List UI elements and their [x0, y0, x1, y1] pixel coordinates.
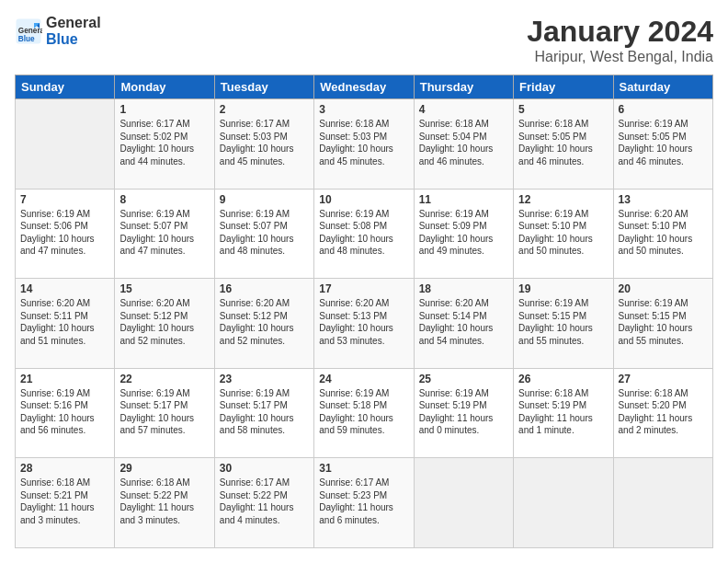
week-row-4: 21 Sunrise: 6:19 AMSunset: 5:16 PMDaylig… [16, 368, 713, 458]
logo-icon: General Blue [15, 17, 42, 45]
day-number: 24 [319, 373, 408, 385]
day-cell-4-2: 30 Sunrise: 6:17 AMSunset: 5:22 PMDaylig… [214, 458, 313, 548]
day-info: Sunrise: 6:19 AMSunset: 5:07 PMDaylight:… [220, 209, 294, 257]
week-row-5: 28 Sunrise: 6:18 AMSunset: 5:21 PMDaylig… [16, 458, 713, 548]
day-cell-3-6: 27 Sunrise: 6:18 AMSunset: 5:20 PMDaylig… [613, 368, 712, 458]
day-info: Sunrise: 6:18 AMSunset: 5:05 PMDaylight:… [518, 119, 593, 167]
day-cell-1-6: 13 Sunrise: 6:20 AMSunset: 5:10 PMDaylig… [613, 189, 712, 279]
day-number: 2 [220, 103, 309, 116]
day-info: Sunrise: 6:19 AMSunset: 5:09 PMDaylight:… [419, 209, 494, 257]
day-cell-0-3: 3 Sunrise: 6:18 AMSunset: 5:03 PMDayligh… [314, 99, 414, 190]
day-number: 30 [220, 462, 309, 475]
calendar-header-row: Sunday Monday Tuesday Wednesday Thursday… [16, 75, 713, 99]
day-info: Sunrise: 6:17 AMSunset: 5:03 PMDaylight:… [220, 119, 294, 167]
header-monday: Monday [115, 75, 214, 99]
day-info: Sunrise: 6:19 AMSunset: 5:15 PMDaylight:… [518, 298, 593, 346]
header-friday: Friday [514, 75, 613, 99]
day-cell-3-0: 21 Sunrise: 6:19 AMSunset: 5:16 PMDaylig… [16, 368, 115, 458]
day-number: 18 [419, 282, 508, 295]
title-block: January 2024 Haripur, West Bengal, India [527, 15, 713, 65]
calendar-table: Sunday Monday Tuesday Wednesday Thursday… [15, 75, 713, 548]
day-number: 27 [619, 373, 708, 385]
day-info: Sunrise: 6:20 AMSunset: 5:11 PMDaylight:… [20, 298, 95, 346]
header-thursday: Thursday [414, 75, 513, 99]
day-cell-0-1: 1 Sunrise: 6:17 AMSunset: 5:02 PMDayligh… [115, 99, 214, 190]
day-info: Sunrise: 6:20 AMSunset: 5:14 PMDaylight:… [419, 298, 494, 346]
day-info: Sunrise: 6:19 AMSunset: 5:06 PMDaylight:… [20, 209, 95, 257]
day-cell-4-0: 28 Sunrise: 6:18 AMSunset: 5:21 PMDaylig… [16, 458, 115, 548]
day-info: Sunrise: 6:19 AMSunset: 5:10 PMDaylight:… [518, 209, 593, 257]
day-number: 12 [518, 193, 608, 206]
day-number: 5 [518, 103, 608, 116]
day-number: 10 [319, 193, 408, 206]
day-number: 23 [220, 373, 309, 385]
day-info: Sunrise: 6:19 AMSunset: 5:08 PMDaylight:… [319, 209, 393, 257]
day-info: Sunrise: 6:19 AMSunset: 5:16 PMDaylight:… [20, 388, 95, 436]
day-cell-4-5 [514, 458, 613, 548]
day-number: 3 [319, 103, 408, 116]
day-number: 13 [619, 193, 708, 206]
day-info: Sunrise: 6:20 AMSunset: 5:12 PMDaylight:… [119, 298, 194, 346]
week-row-1: 1 Sunrise: 6:17 AMSunset: 5:02 PMDayligh… [16, 99, 713, 190]
day-number: 15 [119, 282, 209, 295]
day-info: Sunrise: 6:20 AMSunset: 5:13 PMDaylight:… [319, 298, 393, 346]
day-number: 26 [518, 373, 608, 385]
day-info: Sunrise: 6:18 AMSunset: 5:21 PMDaylight:… [20, 477, 95, 525]
day-info: Sunrise: 6:19 AMSunset: 5:19 PMDaylight:… [419, 388, 494, 436]
day-info: Sunrise: 6:17 AMSunset: 5:23 PMDaylight:… [319, 477, 393, 525]
logo-general-text: General [46, 15, 101, 31]
calendar-subtitle: Haripur, West Bengal, India [527, 49, 713, 65]
day-cell-4-1: 29 Sunrise: 6:18 AMSunset: 5:22 PMDaylig… [115, 458, 214, 548]
day-cell-4-6 [613, 458, 712, 548]
day-info: Sunrise: 6:19 AMSunset: 5:17 PMDaylight:… [220, 388, 294, 436]
day-info: Sunrise: 6:19 AMSunset: 5:18 PMDaylight:… [319, 388, 393, 436]
day-cell-2-2: 16 Sunrise: 6:20 AMSunset: 5:12 PMDaylig… [214, 279, 313, 369]
day-cell-0-0 [16, 99, 115, 190]
day-info: Sunrise: 6:18 AMSunset: 5:19 PMDaylight:… [518, 388, 593, 436]
day-info: Sunrise: 6:18 AMSunset: 5:20 PMDaylight:… [619, 388, 693, 436]
day-cell-3-3: 24 Sunrise: 6:19 AMSunset: 5:18 PMDaylig… [314, 368, 414, 458]
header: General Blue General Blue January 2024 H… [15, 15, 713, 65]
day-cell-1-5: 12 Sunrise: 6:19 AMSunset: 5:10 PMDaylig… [514, 189, 613, 279]
week-row-2: 7 Sunrise: 6:19 AMSunset: 5:06 PMDayligh… [16, 189, 713, 279]
day-number: 9 [220, 193, 309, 206]
day-cell-3-1: 22 Sunrise: 6:19 AMSunset: 5:17 PMDaylig… [115, 368, 214, 458]
day-info: Sunrise: 6:17 AMSunset: 5:02 PMDaylight:… [119, 119, 194, 167]
day-number: 11 [419, 193, 508, 206]
day-number: 22 [119, 373, 209, 385]
day-cell-2-3: 17 Sunrise: 6:20 AMSunset: 5:13 PMDaylig… [314, 279, 414, 369]
day-number: 21 [20, 373, 109, 385]
day-cell-4-3: 31 Sunrise: 6:17 AMSunset: 5:23 PMDaylig… [314, 458, 414, 548]
day-cell-3-5: 26 Sunrise: 6:18 AMSunset: 5:19 PMDaylig… [514, 368, 613, 458]
header-tuesday: Tuesday [214, 75, 313, 99]
day-info: Sunrise: 6:19 AMSunset: 5:15 PMDaylight:… [619, 298, 693, 346]
day-number: 1 [119, 103, 209, 116]
logo-blue-text: Blue [46, 31, 101, 48]
day-cell-1-3: 10 Sunrise: 6:19 AMSunset: 5:08 PMDaylig… [314, 189, 414, 279]
day-cell-0-6: 6 Sunrise: 6:19 AMSunset: 5:05 PMDayligh… [613, 99, 712, 190]
day-cell-0-2: 2 Sunrise: 6:17 AMSunset: 5:03 PMDayligh… [214, 99, 313, 190]
logo: General Blue General Blue [15, 15, 101, 47]
day-cell-2-6: 20 Sunrise: 6:19 AMSunset: 5:15 PMDaylig… [613, 279, 712, 369]
day-number: 17 [319, 282, 408, 295]
day-cell-0-4: 4 Sunrise: 6:18 AMSunset: 5:04 PMDayligh… [414, 99, 513, 190]
day-number: 16 [220, 282, 309, 295]
day-number: 6 [619, 103, 708, 116]
day-number: 7 [20, 193, 109, 206]
day-info: Sunrise: 6:18 AMSunset: 5:04 PMDaylight:… [419, 119, 494, 167]
day-cell-0-5: 5 Sunrise: 6:18 AMSunset: 5:05 PMDayligh… [514, 99, 613, 190]
day-number: 19 [518, 282, 608, 295]
day-cell-1-4: 11 Sunrise: 6:19 AMSunset: 5:09 PMDaylig… [414, 189, 513, 279]
day-info: Sunrise: 6:20 AMSunset: 5:10 PMDaylight:… [619, 209, 693, 257]
day-cell-2-4: 18 Sunrise: 6:20 AMSunset: 5:14 PMDaylig… [414, 279, 513, 369]
day-number: 31 [319, 462, 408, 475]
day-cell-2-5: 19 Sunrise: 6:19 AMSunset: 5:15 PMDaylig… [514, 279, 613, 369]
day-info: Sunrise: 6:19 AMSunset: 5:17 PMDaylight:… [119, 388, 194, 436]
week-row-3: 14 Sunrise: 6:20 AMSunset: 5:11 PMDaylig… [16, 279, 713, 369]
svg-text:Blue: Blue [18, 34, 35, 42]
day-cell-4-4 [414, 458, 513, 548]
day-number: 4 [419, 103, 508, 116]
day-cell-1-0: 7 Sunrise: 6:19 AMSunset: 5:06 PMDayligh… [16, 189, 115, 279]
day-number: 14 [20, 282, 109, 295]
day-cell-1-2: 9 Sunrise: 6:19 AMSunset: 5:07 PMDayligh… [214, 189, 313, 279]
